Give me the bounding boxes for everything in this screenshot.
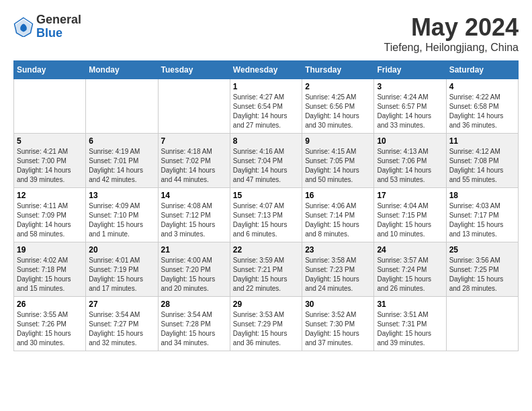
calendar-cell: 5Sunrise: 4:21 AM Sunset: 7:00 PM Daylig… <box>14 134 86 188</box>
calendar-cell: 23Sunrise: 3:58 AM Sunset: 7:23 PM Dayli… <box>302 242 374 297</box>
day-number: 28 <box>161 300 227 309</box>
weekday-header: Thursday <box>302 61 374 79</box>
calendar-cell <box>86 79 158 134</box>
calendar-cell: 4Sunrise: 4:22 AM Sunset: 6:58 PM Daylig… <box>446 79 518 134</box>
calendar-cell: 24Sunrise: 3:57 AM Sunset: 7:24 PM Dayli… <box>374 242 446 297</box>
weekday-header: Saturday <box>446 61 518 79</box>
day-number: 9 <box>305 136 371 146</box>
weekday-header: Wednesday <box>230 61 302 79</box>
day-number: 17 <box>377 191 443 200</box>
day-number: 18 <box>449 191 515 200</box>
day-info: Sunrise: 4:06 AM Sunset: 7:14 PM Dayligh… <box>305 201 371 239</box>
day-info: Sunrise: 4:02 AM Sunset: 7:18 PM Dayligh… <box>17 256 83 293</box>
main-title: May 2024 <box>384 13 519 42</box>
logo-text: General Blue <box>36 13 81 40</box>
day-info: Sunrise: 3:52 AM Sunset: 7:30 PM Dayligh… <box>305 310 371 348</box>
calendar-cell <box>158 79 230 134</box>
calendar-cell: 7Sunrise: 4:18 AM Sunset: 7:02 PM Daylig… <box>158 134 230 188</box>
calendar-cell: 28Sunrise: 3:54 AM Sunset: 7:28 PM Dayli… <box>158 297 230 351</box>
day-info: Sunrise: 4:18 AM Sunset: 7:02 PM Dayligh… <box>161 147 227 185</box>
calendar-cell: 3Sunrise: 4:24 AM Sunset: 6:57 PM Daylig… <box>374 79 446 134</box>
day-info: Sunrise: 4:21 AM Sunset: 7:00 PM Dayligh… <box>17 147 83 185</box>
day-number: 2 <box>305 82 371 91</box>
day-number: 11 <box>449 136 515 146</box>
calendar-cell: 25Sunrise: 3:56 AM Sunset: 7:25 PM Dayli… <box>446 242 518 297</box>
calendar-cell: 10Sunrise: 4:13 AM Sunset: 7:06 PM Dayli… <box>374 134 446 188</box>
day-info: Sunrise: 4:25 AM Sunset: 6:56 PM Dayligh… <box>305 93 371 130</box>
calendar-cell: 11Sunrise: 4:12 AM Sunset: 7:08 PM Dayli… <box>446 134 518 188</box>
day-number: 29 <box>233 300 299 309</box>
weekday-header-row: SundayMondayTuesdayWednesdayThursdayFrid… <box>14 61 519 79</box>
day-number: 5 <box>17 136 83 146</box>
day-number: 31 <box>377 300 443 309</box>
day-number: 10 <box>377 136 443 146</box>
calendar-table: SundayMondayTuesdayWednesdayThursdayFrid… <box>13 60 519 351</box>
day-info: Sunrise: 3:54 AM Sunset: 7:28 PM Dayligh… <box>161 310 227 348</box>
weekday-header: Monday <box>86 61 158 79</box>
day-info: Sunrise: 4:08 AM Sunset: 7:12 PM Dayligh… <box>161 201 227 239</box>
day-info: Sunrise: 4:09 AM Sunset: 7:10 PM Dayligh… <box>89 201 154 239</box>
calendar-cell: 9Sunrise: 4:15 AM Sunset: 7:05 PM Daylig… <box>302 134 374 188</box>
day-number: 22 <box>233 245 299 255</box>
day-number: 6 <box>89 136 154 146</box>
calendar-cell: 12Sunrise: 4:11 AM Sunset: 7:09 PM Dayli… <box>14 188 86 242</box>
weekday-header: Friday <box>374 61 446 79</box>
calendar-week-row: 1Sunrise: 4:27 AM Sunset: 6:54 PM Daylig… <box>14 79 519 134</box>
calendar-week-row: 12Sunrise: 4:11 AM Sunset: 7:09 PM Dayli… <box>14 188 519 242</box>
day-info: Sunrise: 3:58 AM Sunset: 7:23 PM Dayligh… <box>305 256 371 293</box>
calendar-cell: 30Sunrise: 3:52 AM Sunset: 7:30 PM Dayli… <box>302 297 374 351</box>
calendar-cell: 22Sunrise: 3:59 AM Sunset: 7:21 PM Dayli… <box>230 242 302 297</box>
day-number: 24 <box>377 245 443 255</box>
day-info: Sunrise: 3:56 AM Sunset: 7:25 PM Dayligh… <box>449 256 515 293</box>
day-info: Sunrise: 4:22 AM Sunset: 6:58 PM Dayligh… <box>449 93 515 130</box>
day-info: Sunrise: 4:04 AM Sunset: 7:15 PM Dayligh… <box>377 201 443 239</box>
day-number: 1 <box>233 82 299 91</box>
day-number: 13 <box>89 191 154 200</box>
day-info: Sunrise: 3:51 AM Sunset: 7:31 PM Dayligh… <box>377 310 443 348</box>
calendar-cell: 27Sunrise: 3:54 AM Sunset: 7:27 PM Dayli… <box>86 297 158 351</box>
calendar-cell <box>14 79 86 134</box>
calendar-cell: 19Sunrise: 4:02 AM Sunset: 7:18 PM Dayli… <box>14 242 86 297</box>
day-info: Sunrise: 3:54 AM Sunset: 7:27 PM Dayligh… <box>89 310 154 348</box>
page-header: General Blue May 2024 Tiefeng, Heilongji… <box>13 13 519 54</box>
day-number: 4 <box>449 82 515 91</box>
day-info: Sunrise: 3:53 AM Sunset: 7:29 PM Dayligh… <box>233 310 299 348</box>
calendar-cell: 18Sunrise: 4:03 AM Sunset: 7:17 PM Dayli… <box>446 188 518 242</box>
calendar-cell: 6Sunrise: 4:19 AM Sunset: 7:01 PM Daylig… <box>86 134 158 188</box>
day-info: Sunrise: 4:12 AM Sunset: 7:08 PM Dayligh… <box>449 147 515 185</box>
title-area: May 2024 Tiefeng, Heilongjiang, China <box>384 13 519 54</box>
calendar-cell <box>446 297 518 351</box>
calendar-cell: 8Sunrise: 4:16 AM Sunset: 7:04 PM Daylig… <box>230 134 302 188</box>
calendar-cell: 29Sunrise: 3:53 AM Sunset: 7:29 PM Dayli… <box>230 297 302 351</box>
weekday-header: Sunday <box>14 61 86 79</box>
calendar-week-row: 19Sunrise: 4:02 AM Sunset: 7:18 PM Dayli… <box>14 242 519 297</box>
day-number: 27 <box>89 300 154 309</box>
calendar-cell: 13Sunrise: 4:09 AM Sunset: 7:10 PM Dayli… <box>86 188 158 242</box>
sub-title: Tiefeng, Heilongjiang, China <box>384 42 519 54</box>
day-info: Sunrise: 4:11 AM Sunset: 7:09 PM Dayligh… <box>17 201 83 239</box>
logo: General Blue <box>13 13 81 40</box>
day-number: 23 <box>305 245 371 255</box>
day-number: 7 <box>161 136 227 146</box>
day-info: Sunrise: 3:57 AM Sunset: 7:24 PM Dayligh… <box>377 256 443 293</box>
day-number: 16 <box>305 191 371 200</box>
day-info: Sunrise: 4:03 AM Sunset: 7:17 PM Dayligh… <box>449 201 515 239</box>
day-info: Sunrise: 4:16 AM Sunset: 7:04 PM Dayligh… <box>233 147 299 185</box>
day-number: 14 <box>161 191 227 200</box>
day-number: 3 <box>377 82 443 91</box>
day-info: Sunrise: 4:13 AM Sunset: 7:06 PM Dayligh… <box>377 147 443 185</box>
calendar-cell: 14Sunrise: 4:08 AM Sunset: 7:12 PM Dayli… <box>158 188 230 242</box>
day-info: Sunrise: 4:27 AM Sunset: 6:54 PM Dayligh… <box>233 93 299 130</box>
calendar-cell: 17Sunrise: 4:04 AM Sunset: 7:15 PM Dayli… <box>374 188 446 242</box>
day-number: 30 <box>305 300 371 309</box>
day-number: 25 <box>449 245 515 255</box>
day-number: 26 <box>17 300 83 309</box>
calendar-cell: 1Sunrise: 4:27 AM Sunset: 6:54 PM Daylig… <box>230 79 302 134</box>
weekday-header: Tuesday <box>158 61 230 79</box>
calendar-cell: 15Sunrise: 4:07 AM Sunset: 7:13 PM Dayli… <box>230 188 302 242</box>
calendar-cell: 16Sunrise: 4:06 AM Sunset: 7:14 PM Dayli… <box>302 188 374 242</box>
day-info: Sunrise: 4:07 AM Sunset: 7:13 PM Dayligh… <box>233 201 299 239</box>
calendar-cell: 26Sunrise: 3:55 AM Sunset: 7:26 PM Dayli… <box>14 297 86 351</box>
day-info: Sunrise: 4:00 AM Sunset: 7:20 PM Dayligh… <box>161 256 227 293</box>
day-number: 12 <box>17 191 83 200</box>
